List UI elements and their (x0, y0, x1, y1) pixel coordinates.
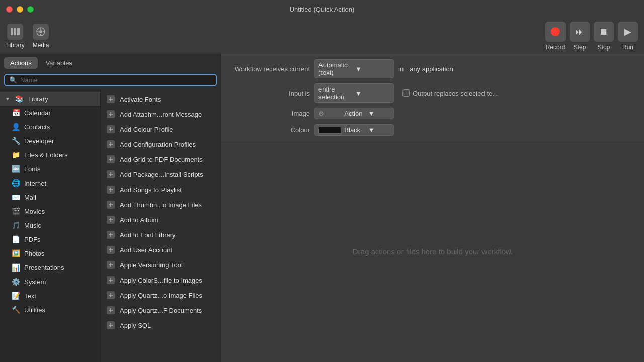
run-button[interactable]: ▶ Run (618, 22, 638, 51)
record-button[interactable]: Record (545, 22, 566, 51)
left-panel: Actions Variables 🔍 ▼📚Library📅Calendar👤C… (0, 54, 221, 362)
action-item-apply-quartz-image[interactable]: Apply Quartz...o Image Files (101, 288, 221, 303)
category-item-system[interactable]: ⚙️System (0, 275, 100, 289)
workflow-drop-area[interactable]: Drag actions or files here to build your… (221, 141, 644, 362)
action-item-add-thumbnail[interactable]: Add Thumbn...o Image Files (101, 197, 221, 212)
tab-actions[interactable]: Actions (4, 57, 38, 69)
category-item-calendar[interactable]: 📅Calendar (0, 106, 100, 120)
category-label: Contacts (24, 123, 50, 131)
output-replaces-row: Output replaces selected te... (403, 89, 498, 97)
action-item-apply-sql[interactable]: Apply SQL (101, 318, 221, 333)
category-icon: 🎬 (11, 207, 20, 216)
action-item-apply-colors-images[interactable]: Apply ColorS...file to Images (101, 273, 221, 288)
category-item-internet[interactable]: 🌐Internet (0, 176, 100, 190)
library-icon (7, 24, 23, 40)
action-icon (106, 275, 116, 285)
category-icon: 🖼️ (11, 249, 20, 258)
receives-label: Workflow receives current (229, 65, 310, 73)
action-label: Apply SQL (120, 322, 151, 329)
record-icon (545, 22, 566, 42)
category-label: PDFs (24, 236, 41, 243)
action-icon (106, 290, 116, 300)
action-icon (106, 230, 116, 240)
action-icon (106, 94, 116, 104)
action-icon (106, 124, 116, 134)
media-button[interactable]: Media (33, 24, 49, 49)
category-item-pdfs[interactable]: 📄PDFs (0, 232, 100, 246)
action-item-add-to-album[interactable]: Add to Album (101, 212, 221, 227)
close-button[interactable] (6, 6, 13, 13)
action-label: Add Package...Install Scripts (120, 171, 203, 178)
category-label: Files & Folders (24, 151, 68, 159)
output-replaces-checkbox[interactable] (403, 89, 410, 97)
colour-swatch (318, 127, 341, 134)
category-label: Utilities (24, 306, 45, 314)
category-label: Developer (24, 137, 54, 145)
action-item-apple-versioning[interactable]: Apple Versioning Tool (101, 257, 221, 273)
category-icon: 🔤 (11, 164, 20, 173)
action-item-add-package-scripts[interactable]: Add Package...Install Scripts (101, 167, 221, 182)
category-icon: 🔧 (11, 136, 20, 145)
step-button[interactable]: ⏭ Step (570, 22, 590, 51)
action-item-add-grid-pdf[interactable]: Add Grid to PDF Documents (101, 152, 221, 167)
colour-label: Colour (229, 126, 310, 134)
titlebar: Untitled (Quick Action) Library (0, 0, 644, 54)
category-label: Text (24, 292, 36, 300)
action-icon (106, 154, 116, 164)
step-icon: ⏭ (570, 22, 590, 42)
image-select[interactable]: ⚙ Action ▼ (314, 108, 394, 119)
action-item-activate-fonts[interactable]: Activate Fonts (101, 92, 221, 107)
category-icon: 🔨 (11, 305, 20, 314)
category-label: Presentations (24, 264, 64, 272)
category-label: Calendar (24, 109, 51, 117)
action-label: Add Songs to Playlist (120, 186, 182, 194)
search-input[interactable] (20, 76, 212, 84)
category-item-files-folders[interactable]: 📁Files & Folders (0, 148, 100, 162)
category-item-library[interactable]: ▼📚Library (0, 92, 100, 106)
action-item-apply-quartz-docs[interactable]: Apply Quartz...F Documents (101, 303, 221, 318)
library-button[interactable]: Library (6, 24, 25, 49)
category-label: Library (28, 95, 48, 103)
action-item-add-configuration-profiles[interactable]: Add Configuration Profiles (101, 137, 221, 152)
action-icon (106, 215, 116, 225)
image-label: Image (229, 110, 310, 117)
colour-select[interactable]: Black ▼ (314, 124, 394, 136)
category-item-text[interactable]: 📝Text (0, 289, 100, 303)
action-item-add-attachment[interactable]: Add Attachm...ront Message (101, 107, 221, 122)
tab-variables[interactable]: Variables (40, 57, 78, 69)
action-item-add-to-font-library[interactable]: Add to Font Library (101, 227, 221, 242)
actions-list: Activate FontsAdd Attachm...ront Message… (101, 89, 221, 362)
receives-select[interactable]: Automatic (text) ▼ (314, 59, 394, 78)
category-item-fonts[interactable]: 🔤Fonts (0, 162, 100, 176)
category-item-presentations[interactable]: 📊Presentations (0, 260, 100, 275)
category-item-mail[interactable]: ✉️Mail (0, 190, 100, 204)
maximize-button[interactable] (27, 6, 34, 13)
action-item-add-colour-profile[interactable]: Add Colour Profile (101, 122, 221, 137)
media-icon (33, 24, 49, 40)
action-icon (106, 109, 116, 119)
category-label: Internet (24, 179, 46, 187)
action-label: Apply Quartz...F Documents (120, 307, 202, 314)
window-controls[interactable] (6, 6, 34, 13)
minimize-button[interactable] (17, 6, 23, 13)
action-item-add-user-account[interactable]: Add User Account (101, 242, 221, 257)
category-item-music[interactable]: 🎵Music (0, 218, 100, 232)
output-replaces-label: Output replaces selected te... (413, 89, 498, 97)
category-list: ▼📚Library📅Calendar👤Contacts🔧Developer📁Fi… (0, 89, 101, 362)
input-is-select[interactable]: entire selection ▼ (314, 83, 394, 103)
action-label: Add Attachm...ront Message (120, 111, 202, 118)
category-item-photos[interactable]: 🖼️Photos (0, 246, 100, 260)
category-icon: 👤 (11, 122, 20, 131)
action-item-add-songs-playlist[interactable]: Add Songs to Playlist (101, 182, 221, 197)
receives-chevron-icon: ▼ (355, 65, 390, 73)
stop-button[interactable]: ⏹ Stop (594, 22, 614, 51)
category-icon: 🌐 (11, 178, 20, 188)
category-item-utilities[interactable]: 🔨Utilities (0, 303, 100, 317)
category-item-developer[interactable]: 🔧Developer (0, 134, 100, 148)
category-icon: 📊 (11, 263, 20, 272)
in-label: in (398, 65, 404, 73)
category-label: Movies (24, 208, 45, 215)
category-item-contacts[interactable]: 👤Contacts (0, 120, 100, 134)
category-item-movies[interactable]: 🎬Movies (0, 204, 100, 218)
action-label: Apple Versioning Tool (120, 261, 183, 269)
